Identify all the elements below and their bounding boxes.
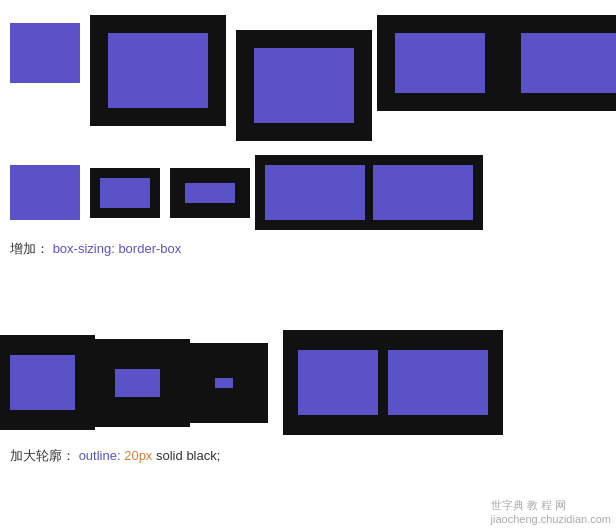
watermark-text: 世字典 教 程 网 — [491, 498, 611, 513]
watermark-url: jiaocheng.chuzidian.com — [491, 513, 611, 525]
box-2-border — [90, 15, 226, 126]
box-group-right — [377, 15, 616, 111]
section-2: 增加： box-sizing: border-box — [10, 155, 483, 258]
label3-value3: black; — [186, 448, 220, 463]
s3-box-group — [283, 330, 503, 435]
label-outline: 加大轮廓： outline: 20px solid black; — [10, 447, 503, 465]
s2-box-group — [255, 155, 483, 230]
section-3: 加大轮廓： outline: 20px solid black; — [10, 330, 503, 465]
s2-box-1 — [10, 165, 80, 220]
label3-value1: 20px — [124, 448, 152, 463]
s3-box-3 — [200, 363, 248, 403]
label3-prefix: 加大轮廓： — [10, 448, 75, 463]
label3-property: outline: — [79, 448, 121, 463]
s2-box-2 — [90, 168, 160, 218]
box-4-border — [377, 15, 503, 111]
label-prefix: 增加： — [10, 241, 49, 256]
s3-box-5 — [388, 350, 488, 415]
box-3-border — [236, 30, 372, 141]
box-1-plain — [10, 23, 80, 83]
row-2 — [10, 155, 483, 230]
label-value: border-box — [118, 241, 181, 256]
section-1 — [10, 15, 616, 141]
row-3 — [10, 330, 503, 435]
box-5-border — [503, 15, 616, 111]
s3-box-4 — [298, 350, 378, 415]
s2-box-3 — [170, 168, 250, 218]
label-property: box-sizing: — [53, 241, 115, 256]
s2-box-5 — [373, 165, 473, 220]
s2-box-4 — [265, 165, 365, 220]
label-border-box: 增加： box-sizing: border-box — [10, 240, 483, 258]
s3-box-1 — [10, 355, 75, 410]
s3-box-2 — [105, 359, 170, 407]
watermark: 世字典 教 程 网 jiaocheng.chuzidian.com — [491, 498, 611, 525]
label3-value2: solid — [156, 448, 183, 463]
